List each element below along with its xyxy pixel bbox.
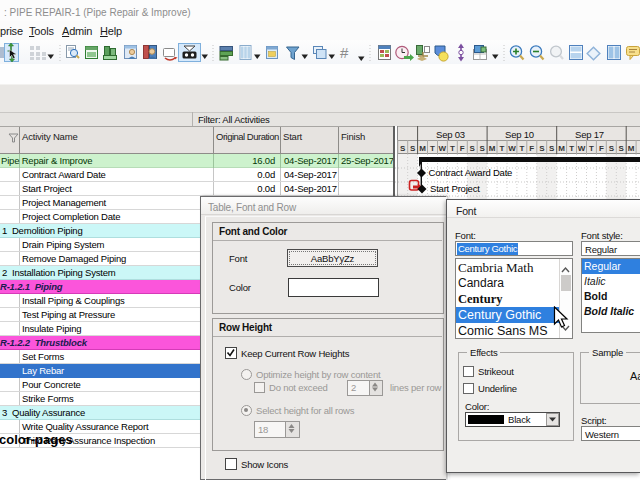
svg-text:S: S	[549, 144, 555, 153]
svg-text:S: S	[480, 144, 486, 153]
svg-text:Start Project: Start Project	[430, 183, 480, 194]
svg-text:T: T	[450, 144, 455, 153]
svg-text:M: M	[558, 144, 565, 153]
svg-text:S: S	[470, 144, 476, 153]
svg-text:S: S	[410, 144, 416, 153]
svg-text:W: W	[508, 144, 516, 153]
svg-text:T: T	[569, 144, 574, 153]
svg-text:F: F	[529, 144, 534, 153]
svg-text:S: S	[539, 144, 545, 153]
svg-text:M: M	[419, 144, 426, 153]
svg-text:M: M	[489, 144, 496, 153]
svg-text:T: T	[430, 144, 435, 153]
svg-text:W: W	[439, 144, 447, 153]
svg-text:T: T	[589, 144, 594, 153]
svg-text:T: T	[519, 144, 524, 153]
svg-text:S: S	[609, 144, 615, 153]
svg-text:T: T	[500, 144, 505, 153]
svg-text:M: M	[628, 144, 635, 153]
svg-text:F: F	[599, 144, 604, 153]
svg-text:#: #	[340, 44, 349, 61]
svg-text:F: F	[460, 144, 465, 153]
svg-text:W: W	[578, 144, 586, 153]
svg-text:S: S	[619, 144, 625, 153]
svg-text:S: S	[400, 144, 406, 153]
svg-text:Contract Award Date: Contract Award Date	[429, 167, 513, 178]
